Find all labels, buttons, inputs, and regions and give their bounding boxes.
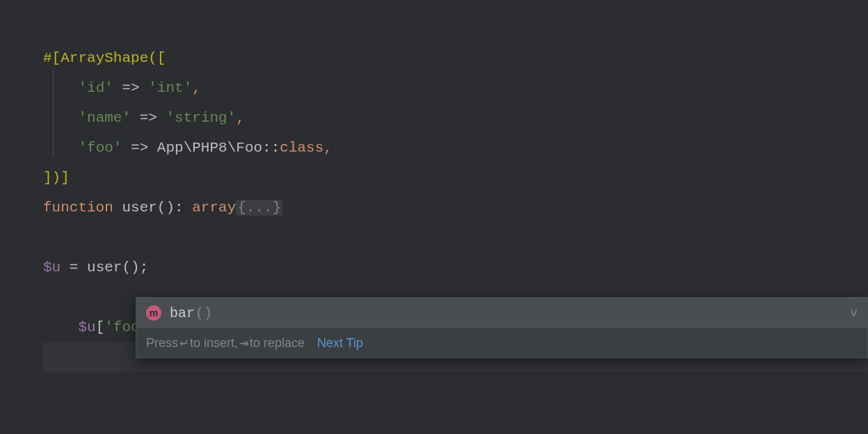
array-value: 'int' [148,80,192,96]
function-keyword: function [43,200,122,216]
function-call: user [87,259,122,275]
code-line: $u = user(); [43,252,868,282]
code-editor[interactable]: #[ArrayShape([ 'id' => 'int', 'name' => … [0,0,868,342]
array-key: 'foo' [78,140,122,156]
code-line: function user(): array{...} [43,193,868,223]
variable: $u [43,259,61,275]
enter-key-icon: ↵ [179,337,188,350]
autocomplete-popup[interactable]: m bar () v Press ↵ to insert, ⇥ to repla… [136,297,868,358]
function-name: user [122,200,156,216]
code-line: #[ArrayShape([ [43,43,868,73]
code-line-empty [43,223,868,252]
return-type: array [192,200,236,216]
attr-name: ArrayShape [61,50,148,66]
array-key: 'name' [78,110,131,126]
suggestion-parens: () [195,305,212,321]
method-icon: m [146,305,161,321]
class-ref: App\PHP8\Foo:: [157,140,280,156]
variable: $u [78,319,95,335]
suggestion-name: bar [170,305,195,321]
code-line: ])] [43,163,868,193]
attr-close: ])] [43,170,70,186]
array-key: 'id' [78,80,113,96]
attr-hash: #[ [43,50,61,66]
code-line: 'id' => 'int', [43,73,868,103]
suggestion-return-type: v [850,306,858,320]
autocomplete-item[interactable]: m bar () v [136,298,867,328]
code-line: 'foo' => App\PHP8\Foo::class, [43,133,868,163]
next-tip-link[interactable]: Next Tip [317,336,363,351]
autocomplete-footer: Press ↵ to insert, ⇥ to replace Next Tip [136,328,867,357]
class-keyword: class [280,140,323,156]
array-value: 'string' [166,110,236,126]
attr-open: ([ [148,50,166,66]
tab-key-icon: ⇥ [239,337,248,350]
folded-block[interactable]: {...} [236,200,282,216]
code-line: 'name' => 'string', [43,103,868,133]
